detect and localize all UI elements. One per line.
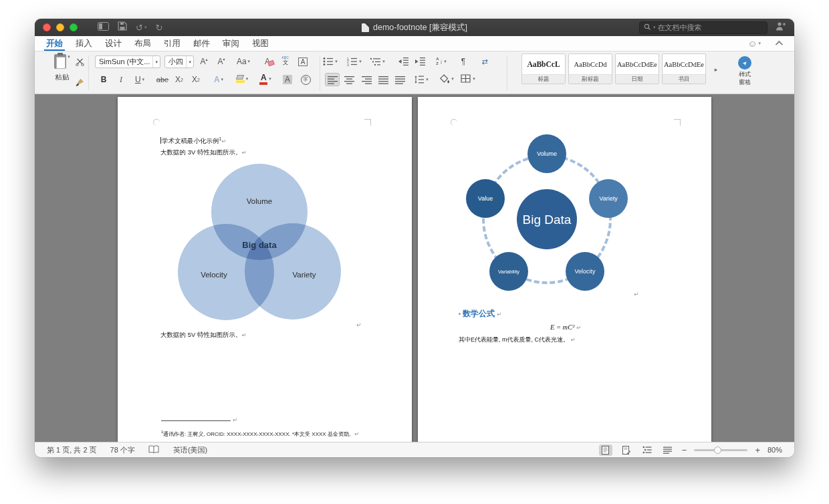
font-size-combo[interactable]: 小四 [164,55,194,68]
phonetic-guide-button[interactable]: ABC 文 [278,54,293,68]
equation[interactable]: E = mC² ↵ [459,324,673,331]
page-1[interactable]: 学术文稿最小化示例1↵ 大数据的 3V 特性如图所示。↵ Volume Velo… [118,97,412,442]
underline-button[interactable]: U [131,73,148,86]
word-count[interactable]: 78 个字 [110,445,135,455]
strikethrough-button[interactable]: abe [155,73,170,86]
paragraph-5v[interactable]: 大数据的 5V 特性如图所示。↵ [160,331,247,340]
font-name-combo[interactable]: SimSun (中文... [95,55,160,68]
italic-button[interactable]: I [114,73,128,86]
minimize-button[interactable] [56,23,64,31]
more-styles-button[interactable]: ▸ [711,62,721,77]
language-indicator[interactable]: 英语(美国) [173,445,207,455]
tab-mailings[interactable]: 邮件 [193,36,211,51]
align-center-button[interactable] [342,73,356,86]
numbered-list-button[interactable]: 123 [346,55,363,68]
cycle-center[interactable]: Big Data [517,189,577,249]
align-right-button[interactable] [359,73,374,86]
undo-caret-icon[interactable]: ▾ [144,25,147,30]
page-2[interactable]: Volume Variety Velocity Variability Valu… [418,97,711,442]
heading-math[interactable]: 数学公式 ↵ [459,308,501,320]
bullet-list-button[interactable] [322,55,339,68]
paragraph-title[interactable]: 学术文稿最小化示例1↵ [160,136,226,146]
venn-diagram[interactable]: Volume Velocity Variety Big data [158,164,361,324]
search-scope-caret-icon[interactable]: ▾ [653,25,656,30]
collapse-ribbon-icon[interactable] [776,41,783,48]
tab-layout[interactable]: 布局 [134,36,152,51]
sidebar-toggle-icon[interactable] [98,21,109,33]
cycle-node-variety[interactable]: Variety [589,179,628,218]
font-name-caret-icon[interactable] [152,56,160,68]
multilevel-list-button[interactable] [369,55,386,68]
feedback-button[interactable]: ▾ [747,37,761,49]
character-shading-button[interactable]: A [280,73,295,86]
sort-button[interactable]: AZ [433,55,450,68]
format-painter-button[interactable] [72,76,87,89]
document-icon [362,23,369,32]
tab-insert[interactable]: 插入 [75,36,93,51]
search-input[interactable] [658,23,763,31]
tab-view[interactable]: 视图 [251,36,269,51]
equation-explanation[interactable]: 其中E代表能量, m代表质量, C代表光速。 ↵ [459,336,576,344]
style-chip-title[interactable]: AaBbCcL 标题 [521,53,566,84]
page-indicator[interactable]: 第 1 页, 共 2 页 [47,445,97,455]
zoom-out-button[interactable] [682,445,687,455]
style-chip-date[interactable]: AaBbCcDdEe 日期 [615,53,659,84]
decrease-indent-button[interactable] [396,55,411,68]
share-icon[interactable] [776,21,786,33]
cycle-node-value[interactable]: Value [466,179,505,218]
view-print-layout-button[interactable] [599,445,612,456]
line-spacing-button[interactable] [412,73,430,86]
style-preview: AaBbCcDdEe [663,54,705,74]
subscript-button[interactable]: X2 [172,73,187,86]
style-chip-bibliography[interactable]: AaBbCcDdEe 书目 [662,53,706,84]
tab-home[interactable]: 开始 [45,36,64,51]
titlebar[interactable]: ↺ ▾ ↻ demo-footnote [兼容模式] ▾ [35,19,794,36]
bold-button[interactable]: B [96,73,111,86]
grow-font-button[interactable]: A [197,55,211,68]
zoom-slider-thumb[interactable] [714,447,721,454]
zoom-level[interactable]: 80% [767,446,782,454]
tab-design[interactable]: 设计 [104,36,122,51]
shrink-font-button[interactable]: A [214,55,229,68]
spellcheck-icon[interactable] [148,445,160,455]
view-outline-button[interactable] [640,445,654,456]
close-button[interactable] [43,23,51,31]
enclose-characters-button[interactable]: 字 [298,73,313,86]
align-left-button[interactable] [325,73,340,86]
tab-references[interactable]: 引用 [163,36,181,51]
distribute-text-button[interactable] [392,73,407,86]
text-effects-button[interactable]: A [210,73,227,86]
zoom-button[interactable] [70,23,78,31]
font-size-caret-icon[interactable] [186,56,193,68]
style-chip-subtitle[interactable]: AaBbCcDd 副标题 [568,53,612,84]
view-revision-button[interactable] [620,445,633,456]
cut-button[interactable] [72,55,87,69]
paragraph-3v[interactable]: 大数据的 3V 特性如图所示。↵ [160,148,247,157]
cycle-node-velocity[interactable]: Velocity [566,252,604,291]
increase-indent-button[interactable] [413,55,428,68]
cycle-node-volume[interactable]: Volume [527,134,566,173]
save-icon[interactable] [118,21,127,33]
paste-caret-icon[interactable]: ▾ [68,54,70,59]
clear-formatting-button[interactable]: A [260,55,275,68]
superscript-button[interactable]: X2 [189,73,203,86]
change-case-button[interactable]: Aa [234,55,253,68]
search-box[interactable]: ▾ [639,21,767,34]
redo-icon[interactable]: ↻ [155,23,162,32]
zoom-in-button[interactable] [755,445,760,455]
text-direction-button[interactable]: ⇄ [477,55,492,68]
justify-button[interactable] [376,73,390,86]
character-border-button[interactable]: A [295,55,310,68]
highlight-button[interactable] [233,72,251,86]
undo-button[interactable]: ↺ ▾ [136,23,146,32]
style-pane-button[interactable]: 样式 窗格 [727,56,762,86]
tab-review[interactable]: 审阅 [222,36,240,51]
footnote-text[interactable]: 1通讯作者: 王树义, ORCID: XXXX-XXXX-XXXX-XXXX. … [161,430,359,438]
font-color-button[interactable]: A [256,72,275,86]
shading-button[interactable] [437,72,456,86]
show-marks-button[interactable]: ¶ [456,55,471,68]
borders-button[interactable] [459,72,477,86]
zoom-slider[interactable] [694,449,747,451]
view-draft-button[interactable] [661,445,675,456]
cycle-node-variability[interactable]: Variability [489,252,528,291]
